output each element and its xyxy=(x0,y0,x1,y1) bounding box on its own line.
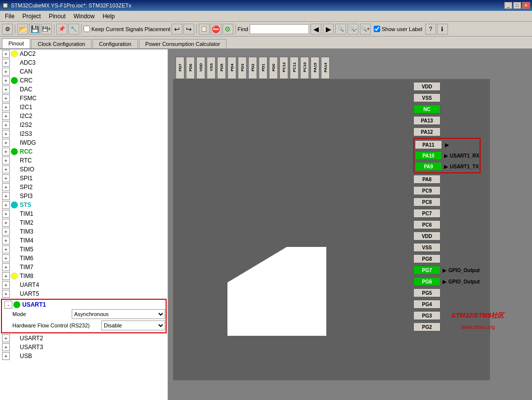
sidebar-item-rtc[interactable]: + RTC xyxy=(0,156,168,165)
sidebar-item-adc3[interactable]: + ADC3 xyxy=(0,58,168,67)
pin-row-pa13[interactable]: PA13 xyxy=(413,115,532,126)
expand-usart1[interactable]: - xyxy=(4,301,12,309)
pin-row-vdd2[interactable]: VDD xyxy=(413,231,532,241)
copy-button[interactable]: 📋 xyxy=(199,24,210,35)
sidebar-item-tim7[interactable]: + TIM7 xyxy=(0,263,168,272)
close-button[interactable]: ✕ xyxy=(522,2,530,9)
pin-row-pg7[interactable]: PG7 ▶ GPIO_Output xyxy=(413,265,532,276)
title-bar-controls[interactable]: _ □ ✕ xyxy=(504,2,530,9)
find-zoom-button[interactable]: 🔍 xyxy=(335,24,346,35)
pin-row-pa11[interactable]: PA11 ▶ xyxy=(415,139,479,150)
undo-button[interactable]: ↩ xyxy=(172,24,182,35)
expand-i2c1[interactable]: + xyxy=(2,103,10,111)
expand-spi3[interactable]: + xyxy=(2,192,10,200)
expand-usart2[interactable]: + xyxy=(2,334,10,342)
sidebar-item-can[interactable]: + CAN xyxy=(0,67,168,76)
expand-sts[interactable]: + xyxy=(2,201,10,209)
menu-window[interactable]: Window xyxy=(70,12,99,21)
sidebar-item-tim8[interactable]: + TIM8 xyxy=(0,272,168,280)
keep-signals-checkbox[interactable] xyxy=(84,26,90,32)
pin-row-pg4[interactable]: PG4 xyxy=(413,299,532,310)
mode-select[interactable]: Asynchronous Synchronous Disable xyxy=(72,309,165,319)
expand-tim6[interactable]: + xyxy=(2,254,10,262)
pin-row-pa8[interactable]: PA8 xyxy=(413,174,532,185)
pin-row-pg5[interactable]: PG5 xyxy=(413,287,532,298)
pin-row-pc7[interactable]: PC7 xyxy=(413,208,532,219)
expand-uart5[interactable]: + xyxy=(2,290,10,298)
sidebar-item-tim3[interactable]: + TIM3 xyxy=(0,227,168,236)
expand-iwdg[interactable]: + xyxy=(2,139,10,147)
pin-row-vdd1[interactable]: VDD xyxy=(413,81,532,92)
redo-button[interactable]: ↪ xyxy=(183,24,194,35)
sidebar-item-i2s3[interactable]: + I2S3 xyxy=(0,129,168,138)
sidebar-item-tim2[interactable]: + TIM2 xyxy=(0,218,168,227)
menu-help[interactable]: Help xyxy=(98,12,119,21)
sidebar-item-usart3[interactable]: + USART3 xyxy=(0,343,168,352)
sidebar-item-rcc[interactable]: + RCC xyxy=(0,147,168,156)
find-input[interactable] xyxy=(250,24,309,34)
sidebar-item-tim4[interactable]: + TIM4 xyxy=(0,236,168,245)
expand-tim2[interactable]: + xyxy=(2,219,10,227)
sidebar-item-i2c1[interactable]: + I2C1 xyxy=(0,103,168,112)
pin-row-pa12[interactable]: PA12 xyxy=(413,126,532,137)
sidebar-item-tim5[interactable]: + TIM5 xyxy=(0,245,168,254)
sidebar-item-spi1[interactable]: + SPI1 xyxy=(0,174,168,183)
menu-project[interactable]: Project xyxy=(18,12,44,21)
expand-i2s3[interactable]: + xyxy=(2,130,10,138)
help-button[interactable]: ? xyxy=(425,24,436,35)
sidebar-item-sdio[interactable]: + SDIO xyxy=(0,165,168,174)
expand-sdio[interactable]: + xyxy=(2,165,10,173)
expand-i2c2[interactable]: + xyxy=(2,112,10,120)
save-button[interactable]: 💾 xyxy=(29,24,40,35)
pin-row-pc9[interactable]: PC9 xyxy=(413,185,532,196)
sidebar-item-usb[interactable]: + USB xyxy=(0,352,168,360)
show-user-label-checkbox[interactable] xyxy=(374,26,380,32)
sidebar-item-usart1[interactable]: - USART1 xyxy=(2,300,165,309)
expand-dac[interactable]: + xyxy=(2,85,10,93)
sidebar-item-usart2[interactable]: + USART2 xyxy=(0,334,168,343)
tab-clock[interactable]: Clock Configuration xyxy=(31,39,91,48)
tab-configuration[interactable]: Configuration xyxy=(92,39,137,48)
sidebar-item-i2c2[interactable]: + I2C2 xyxy=(0,112,168,120)
expand-rtc[interactable]: + xyxy=(2,157,10,164)
expand-adc2[interactable]: + xyxy=(2,50,10,58)
sidebar-item-spi2[interactable]: + SPI2 xyxy=(0,183,168,192)
expand-can[interactable]: + xyxy=(2,68,10,76)
find-zoom-out-button[interactable]: 🔍- xyxy=(348,24,358,35)
pin-row-nc[interactable]: NC xyxy=(413,104,532,115)
expand-usart3[interactable]: + xyxy=(2,343,10,351)
menu-file[interactable]: File xyxy=(1,12,18,21)
save-as-button[interactable]: 💾+ xyxy=(41,24,52,35)
pin-row-vss1[interactable]: VSS xyxy=(413,92,532,103)
expand-usb[interactable]: + xyxy=(2,352,10,360)
pin-row-pc8[interactable]: PC8 xyxy=(413,197,532,207)
expand-tim5[interactable]: + xyxy=(2,245,10,253)
sidebar-item-spi3[interactable]: + SPI3 xyxy=(0,192,168,200)
tab-pinout[interactable]: Pinout xyxy=(2,39,30,48)
sidebar-item-uart5[interactable]: + UART5 xyxy=(0,289,168,298)
settings-button[interactable]: ⚙ xyxy=(222,24,233,35)
expand-tim8[interactable]: + xyxy=(2,272,10,280)
sidebar-tree[interactable]: + ADC2 + ADC3 + CAN + CR xyxy=(0,49,168,400)
find-zoom-in-button[interactable]: 🔍+ xyxy=(360,24,371,35)
expand-adc3[interactable]: + xyxy=(2,59,10,67)
sidebar-item-sts[interactable]: + STS xyxy=(0,200,168,209)
pin-row-pg3[interactable]: PG3 STM32/STM8社区 xyxy=(413,310,532,321)
maximize-button[interactable]: □ xyxy=(513,2,521,9)
minimize-button[interactable]: _ xyxy=(504,2,512,9)
expand-rcc[interactable]: + xyxy=(2,148,10,156)
tab-power[interactable]: Power Consumption Calculator xyxy=(139,39,227,48)
expand-i2s2[interactable]: + xyxy=(2,121,10,129)
expand-fsmc[interactable]: + xyxy=(2,94,10,102)
sidebar-item-uart4[interactable]: + UART4 xyxy=(0,280,168,289)
pin-row-pc6[interactable]: PC6 xyxy=(413,219,532,230)
pin-button[interactable]: 📌 xyxy=(56,24,67,35)
expand-spi2[interactable]: + xyxy=(2,183,10,191)
find-next-button[interactable]: ▶ xyxy=(323,24,334,35)
sidebar-item-adc2[interactable]: + ADC2 xyxy=(0,49,168,58)
pin-row-vss2[interactable]: VSS xyxy=(413,242,532,253)
sidebar-item-crc[interactable]: + CRC xyxy=(0,76,168,85)
sidebar-item-dac[interactable]: + DAC xyxy=(0,85,168,94)
chip-button[interactable]: 🔧 xyxy=(68,24,79,35)
error-button[interactable]: ⛔ xyxy=(211,24,222,35)
